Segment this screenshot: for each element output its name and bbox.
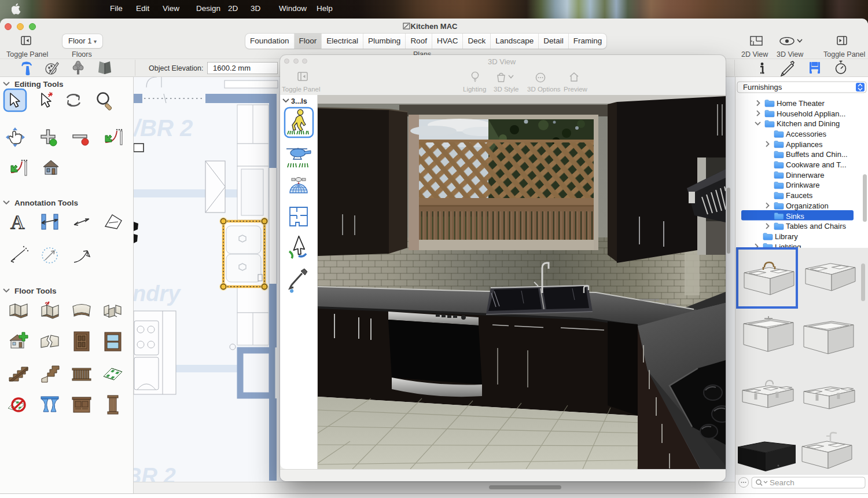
- svg-text:Search: Search: [770, 478, 795, 487]
- svg-text:Drinkware: Drinkware: [786, 181, 820, 189]
- svg-text:3...ls: 3...ls: [291, 97, 307, 105]
- svg-text:Appliances: Appliances: [786, 140, 823, 149]
- svg-text:BR 2: BR 2: [134, 464, 176, 482]
- svg-text:Dinnerware: Dinnerware: [786, 171, 824, 180]
- svg-text:Tables and Chairs: Tables and Chairs: [786, 222, 847, 230]
- svg-text:Organization: Organization: [786, 202, 829, 210]
- svg-text:Editing Tools: Editing Tools: [14, 80, 64, 89]
- svg-text:Kitchen and Dining: Kitchen and Dining: [777, 119, 840, 128]
- svg-text:Library: Library: [775, 232, 798, 241]
- svg-text:Floor Tools: Floor Tools: [14, 287, 57, 295]
- svg-text:ndry: ndry: [134, 281, 181, 306]
- svg-text:Household Applian...: Household Applian...: [777, 109, 845, 118]
- svg-text:Furnishings: Furnishings: [743, 83, 782, 91]
- svg-text:/BR 2: /BR 2: [134, 115, 193, 141]
- svg-text:A: A: [10, 211, 25, 233]
- svg-text:Accessories: Accessories: [786, 130, 827, 138]
- svg-text:Faucets: Faucets: [786, 191, 813, 200]
- svg-text:Cookware and T...: Cookware and T...: [786, 160, 847, 169]
- svg-text:Annotation Tools: Annotation Tools: [14, 199, 78, 207]
- svg-text:Home Theater: Home Theater: [777, 99, 825, 108]
- svg-text:Sinks: Sinks: [786, 212, 804, 221]
- svg-text:Buffets and Chin...: Buffets and Chin...: [786, 150, 848, 159]
